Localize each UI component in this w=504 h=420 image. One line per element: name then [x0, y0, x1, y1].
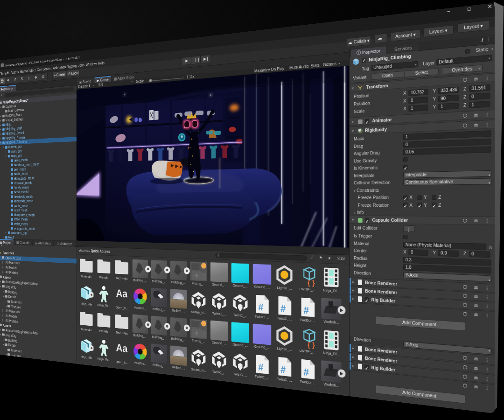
svg-text:{ }: { } [308, 341, 315, 349]
svg-text:#: # [280, 303, 286, 314]
svg-text:#: # [280, 364, 286, 376]
svg-text:{ }: { } [308, 279, 315, 287]
svg-text:#: # [258, 301, 263, 313]
svg-text:#: # [258, 362, 263, 373]
svg-text:#: # [303, 304, 309, 315]
svg-text:#: # [303, 366, 309, 378]
